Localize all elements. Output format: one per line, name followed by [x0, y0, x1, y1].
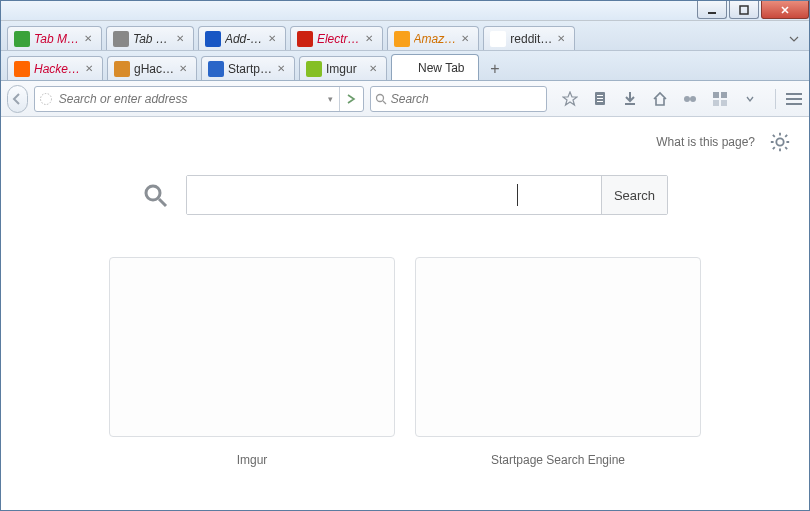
- tab-close-icon[interactable]: ✕: [176, 62, 190, 76]
- tile: Startpage Search Engine: [415, 257, 701, 467]
- search-input[interactable]: [391, 92, 542, 106]
- search-icon: [375, 93, 387, 105]
- newtab-content: What is this page? Search ImgurStartpage…: [1, 117, 809, 511]
- svg-line-16: [159, 199, 166, 206]
- tabstrip-row-2: Hacke…✕gHac…✕Startp…✕Imgur✕New Tab+: [1, 51, 809, 81]
- tab[interactable]: Electr…✕: [290, 26, 383, 50]
- tab[interactable]: Add-…✕: [198, 26, 286, 50]
- svg-point-9: [684, 96, 690, 102]
- favicon: [306, 61, 322, 77]
- url-history-dropdown-icon[interactable]: ▾: [323, 94, 339, 104]
- favicon: [14, 31, 30, 47]
- downloads-icon[interactable]: [621, 90, 639, 108]
- newtab-tiles: ImgurStartpage Search Engine: [1, 257, 809, 467]
- new-tab-button[interactable]: +: [483, 58, 507, 80]
- tab-label: Electr…: [317, 32, 360, 46]
- addon-icon[interactable]: [681, 90, 699, 108]
- tab-close-icon[interactable]: ✕: [81, 32, 95, 46]
- tab-close-icon[interactable]: ✕: [362, 32, 376, 46]
- tab-label: Amaz…: [414, 32, 457, 46]
- url-bar[interactable]: ▾: [34, 86, 364, 112]
- tab[interactable]: New Tab: [391, 54, 479, 80]
- tabstrip-row-1: Tab M…✕Tab …✕Add-…✕Electr…✕Amaz…✕reddit……: [1, 21, 809, 51]
- newtab-search-button[interactable]: Search: [601, 176, 667, 214]
- tab[interactable]: Amaz…✕: [387, 26, 480, 50]
- newtab-search-input[interactable]: [187, 176, 601, 214]
- svg-rect-6: [597, 95, 603, 96]
- go-button[interactable]: [339, 87, 363, 111]
- favicon: [297, 31, 313, 47]
- tab-close-icon[interactable]: ✕: [274, 62, 288, 76]
- svg-rect-13: [713, 100, 719, 106]
- tab-close-icon[interactable]: ✕: [82, 62, 96, 76]
- tab-label: Imgur: [326, 62, 364, 76]
- navigation-toolbar: ▾: [1, 81, 809, 117]
- tab-overflow-dropdown[interactable]: [783, 28, 805, 50]
- tile-label: Imgur: [109, 453, 395, 467]
- favicon: [205, 31, 221, 47]
- reading-list-icon[interactable]: [591, 90, 609, 108]
- svg-point-15: [146, 186, 160, 200]
- tab-close-icon[interactable]: ✕: [173, 32, 187, 46]
- what-is-this-link[interactable]: What is this page?: [656, 135, 755, 149]
- svg-rect-0: [708, 12, 716, 14]
- favicon: [114, 61, 130, 77]
- svg-rect-1: [740, 6, 748, 14]
- tab[interactable]: Tab …✕: [106, 26, 194, 50]
- tab[interactable]: gHac…✕: [107, 56, 197, 80]
- tab[interactable]: reddit…✕: [483, 26, 575, 50]
- tab-label: gHac…: [134, 62, 174, 76]
- tab-label: Startp…: [228, 62, 272, 76]
- favicon: [394, 31, 410, 47]
- url-input[interactable]: [57, 92, 323, 106]
- svg-rect-7: [597, 98, 603, 99]
- identity-icon[interactable]: [35, 88, 57, 110]
- tab-label: New Tab: [418, 61, 472, 75]
- tile-view-icon[interactable]: [711, 90, 729, 108]
- svg-rect-11: [713, 92, 719, 98]
- tab-close-icon[interactable]: ✕: [366, 62, 380, 76]
- window-minimize-button[interactable]: [697, 1, 727, 19]
- tab[interactable]: Hacke…✕: [7, 56, 103, 80]
- tab[interactable]: Imgur✕: [299, 56, 387, 80]
- tile-thumbnail[interactable]: [109, 257, 395, 437]
- tab[interactable]: Startp…✕: [201, 56, 295, 80]
- favicon: [14, 61, 30, 77]
- svg-rect-12: [721, 92, 727, 98]
- tab-label: Tab …: [133, 32, 171, 46]
- favicon: [113, 31, 129, 47]
- favicon: [398, 60, 414, 76]
- tab-close-icon[interactable]: ✕: [458, 32, 472, 46]
- tab-label: Add-…: [225, 32, 263, 46]
- gear-icon[interactable]: [769, 131, 791, 153]
- favicon: [208, 61, 224, 77]
- tile: Imgur: [109, 257, 395, 467]
- svg-rect-8: [597, 101, 603, 102]
- bookmark-star-icon[interactable]: [561, 90, 579, 108]
- window-titlebar: [1, 1, 809, 21]
- tab-close-icon[interactable]: ✕: [265, 32, 279, 46]
- menu-button[interactable]: [786, 87, 803, 111]
- tab-label: Tab M…: [34, 32, 79, 46]
- svg-line-4: [383, 101, 386, 104]
- newtab-search-box: Search: [186, 175, 668, 215]
- home-icon[interactable]: [651, 90, 669, 108]
- svg-point-10: [690, 96, 696, 102]
- svg-point-2: [40, 93, 51, 104]
- favicon: [490, 31, 506, 47]
- tile-label: Startpage Search Engine: [415, 453, 701, 467]
- newtab-search-icon: [142, 182, 168, 208]
- tab-close-icon[interactable]: ✕: [554, 32, 568, 46]
- window-maximize-button[interactable]: [729, 1, 759, 19]
- svg-point-3: [376, 94, 383, 101]
- search-bar[interactable]: [370, 86, 547, 112]
- tile-thumbnail[interactable]: [415, 257, 701, 437]
- tab-label: reddit…: [510, 32, 552, 46]
- toolbar-separator: [775, 89, 776, 109]
- tab[interactable]: Tab M…✕: [7, 26, 102, 50]
- back-button[interactable]: [7, 85, 28, 113]
- window-close-button[interactable]: [761, 1, 809, 19]
- toolbar-dropdown-icon[interactable]: [741, 90, 759, 108]
- svg-rect-14: [721, 100, 727, 106]
- tab-label: Hacke…: [34, 62, 80, 76]
